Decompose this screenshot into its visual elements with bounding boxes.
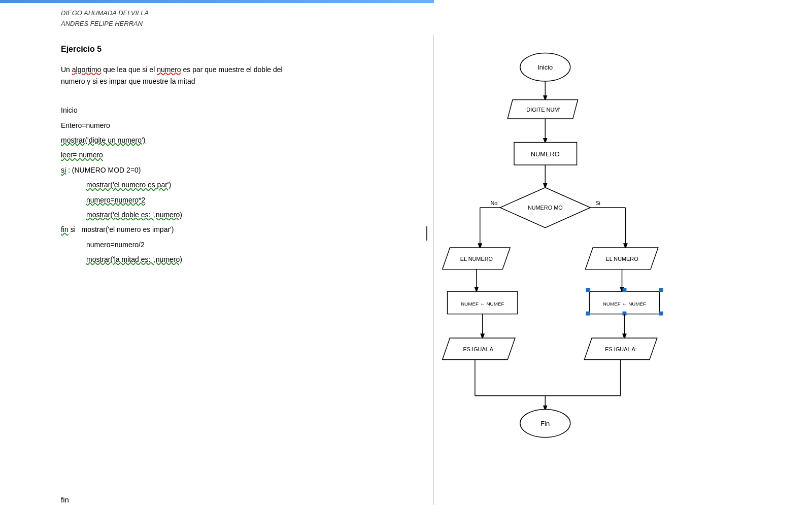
author1: DIEGO AHUMADA DELVILLA — [61, 8, 751, 19]
exercise-title: Ejercicio 5 — [61, 45, 373, 54]
svg-rect-30 — [586, 288, 590, 292]
svg-text:ES IGUAL A:: ES IGUAL A: — [605, 346, 636, 352]
code-mostrar-mitad: mostrar('la mitad es: ',numero) — [61, 252, 373, 267]
code-block: Inicio Entero=numero mostrar('digite un … — [61, 103, 373, 267]
svg-text:EL NUMERO: EL NUMERO — [605, 255, 638, 261]
code-entero: Entero=numero — [61, 118, 373, 133]
main-layout: Ejercicio 5 Un algortimo que lea que si … — [0, 35, 812, 505]
header-authors: DIEGO AHUMADA DELVILLA ANDRES FELIPE HER… — [0, 3, 812, 35]
typo-algortimo: algortimo — [72, 65, 101, 74]
svg-text:No: No — [491, 200, 498, 206]
svg-rect-32 — [659, 288, 663, 292]
svg-text:Si: Si — [595, 200, 600, 206]
code-inicio: Inicio — [61, 103, 373, 118]
svg-text:Fin: Fin — [540, 420, 550, 427]
code-fin-bottom: fin — [61, 495, 69, 504]
svg-text:NUMEF ← NUMEF: NUMEF ← NUMEF — [461, 300, 504, 306]
svg-text:EL NUMERO: EL NUMERO — [460, 255, 493, 261]
code-mostrar2: mostrar('el numero es par') — [61, 178, 373, 192]
svg-rect-31 — [623, 288, 627, 292]
code-numero-doble: numero=numero*2 — [61, 193, 373, 208]
text-cursor — [426, 226, 427, 241]
description: Un algortimo que lea que si el numero es… — [61, 64, 373, 88]
code-leer: leer= numero — [61, 148, 373, 162]
author2: ANDRES FELIPE HERRAN — [61, 19, 751, 29]
svg-rect-35 — [659, 311, 663, 315]
svg-text:ES IGUAL A:: ES IGUAL A: — [463, 346, 495, 352]
svg-text:Inicio: Inicio — [537, 63, 553, 71]
flowchart-svg: Inicio 'DIGITE NUM' NUMERO NUMERO MO No — [434, 35, 812, 471]
code-numero-mitad: numero=numero/2 — [61, 238, 373, 252]
svg-rect-33 — [586, 311, 590, 315]
left-content: Ejercicio 5 Un algortimo que lea que si … — [0, 35, 434, 505]
code-mostrar-doble: mostrar('el doble es: ',numero) — [61, 208, 373, 222]
description-text: Un algortimo que lea que si el numero es… — [61, 65, 283, 86]
svg-text:NUMERO MO: NUMERO MO — [528, 205, 563, 211]
code-si: si : (NUMERO MOD 2=0) — [61, 163, 373, 178]
svg-text:'DIGITE NUM': 'DIGITE NUM' — [525, 107, 560, 113]
right-content: Inicio 'DIGITE NUM' NUMERO NUMERO MO No — [434, 35, 812, 505]
code-mostrar1: mostrar('digite un numero') — [61, 133, 373, 148]
typo-numero: numero — [157, 65, 181, 74]
svg-text:NUMEF ← NUMEF: NUMEF ← NUMEF — [603, 300, 647, 306]
flowchart-container: Inicio 'DIGITE NUM' NUMERO NUMERO MO No — [434, 35, 812, 476]
code-fin-si: fin si mostrar('el numero es impar') — [61, 222, 373, 237]
svg-text:NUMERO: NUMERO — [531, 150, 560, 158]
